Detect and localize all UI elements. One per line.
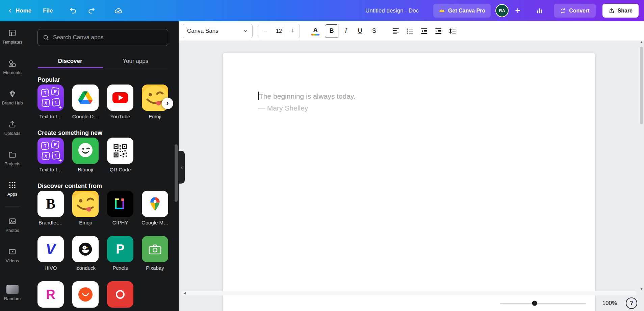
indent-button[interactable] — [432, 24, 445, 38]
share-button[interactable]: Share — [602, 4, 639, 18]
vertical-scrollbar-thumb[interactable] — [640, 47, 643, 124]
font-size-decrease-button[interactable]: − — [258, 24, 272, 38]
app-tile-hivo[interactable]: V HIVO — [37, 236, 64, 271]
sidebar-item-apps[interactable]: Apps — [0, 173, 25, 204]
get-canva-pro-label: Get Canva Pro — [448, 8, 485, 14]
panel-collapse-handle[interactable]: ‹ — [179, 151, 185, 184]
file-menu-button[interactable]: File — [43, 7, 53, 14]
hivo-icon: V — [37, 236, 64, 262]
sidebar-item-projects[interactable]: Projects — [0, 143, 25, 173]
convert-label: Convert — [569, 8, 589, 14]
zoom-level[interactable]: 100% — [602, 300, 617, 307]
doc-attribution-line[interactable]: — Mary Shelley — [258, 103, 560, 113]
sidebar-item-videos[interactable]: Videos — [0, 240, 25, 270]
app-tile-giphy[interactable]: GIPHY — [107, 191, 133, 225]
sidebar-item-photos[interactable]: Photos — [0, 210, 25, 240]
scroll-up-arrow-icon[interactable]: ▲ — [640, 41, 643, 44]
rail-label: Apps — [7, 192, 18, 197]
google-drive-icon — [72, 85, 99, 111]
section-title-discover-from: Discover content from — [37, 183, 168, 190]
text-toolbar: Canva Sans − 12 + A B I U S — [179, 21, 644, 41]
doc-quote-line[interactable]: The beginning is always today. — [258, 91, 560, 101]
app-tile-orange-circle[interactable] — [72, 281, 99, 308]
app-tile-pexels[interactable]: P Pexels — [107, 236, 133, 271]
font-size-value[interactable]: 12 — [272, 24, 286, 38]
app-tile-text-to-image[interactable]: TEXT Text to I… — [37, 138, 64, 172]
app-tile-red[interactable] — [107, 281, 133, 308]
app-tile-pixabay[interactable]: Pixabay — [142, 236, 168, 271]
insights-button[interactable] — [532, 4, 546, 18]
rail-label: Random — [4, 296, 21, 301]
strikethrough-button[interactable]: S — [367, 24, 381, 38]
iconduck-icon — [72, 236, 99, 262]
app-label: GIPHY — [112, 220, 128, 225]
app-tile-qr-code[interactable]: QR Code — [107, 138, 133, 172]
app-tile-text-to-image[interactable]: TEXT Text to I… — [37, 85, 64, 119]
avatar[interactable]: RA — [495, 4, 509, 17]
side-rail: Templates Elements Brand Hub Uploads Pro… — [0, 21, 25, 311]
font-size-increase-button[interactable]: + — [286, 24, 300, 38]
discover-grid: B Brandfet… Emoji GIPHY Google M… V HIVO — [37, 191, 168, 308]
rail-divider — [5, 207, 20, 207]
convert-button[interactable]: Convert — [554, 4, 595, 18]
top-bar: Home File Untitled design - Doc Get Canv… — [0, 0, 644, 21]
giphy-icon — [107, 191, 133, 217]
app-tile-youtube[interactable]: YouTube — [107, 85, 133, 119]
sidebar-item-brand-hub[interactable]: Brand Hub — [0, 82, 25, 113]
rail-label: Photos — [5, 228, 19, 233]
sidebar-item-templates[interactable]: Templates — [0, 21, 25, 52]
italic-button[interactable]: I — [339, 24, 353, 38]
text-to-image-icon: TEXT — [37, 138, 64, 164]
app-tile-pink-letter[interactable]: R — [37, 281, 64, 308]
section-title-create: Create something new — [37, 129, 168, 137]
qr-code-icon — [107, 138, 133, 164]
horizontal-scrollbar[interactable]: ◀ — [181, 291, 637, 295]
help-button[interactable]: ? — [626, 297, 637, 309]
text-color-button[interactable]: A — [309, 24, 322, 38]
design-title[interactable]: Untitled design - Doc — [365, 7, 419, 14]
home-button[interactable]: Home — [7, 7, 31, 14]
app-label: Bitmoji — [78, 167, 93, 172]
zoom-slider[interactable] — [500, 303, 586, 304]
save-status-button[interactable] — [112, 4, 125, 18]
rail-label: Elements — [3, 70, 21, 75]
undo-button[interactable] — [67, 4, 80, 18]
chevron-down-icon — [243, 28, 248, 34]
document-page[interactable]: The beginning is always today. — Mary Sh… — [223, 53, 595, 311]
vertical-scrollbar[interactable]: ▲ ▼ — [639, 41, 644, 291]
app-tile-brandfetch[interactable]: B Brandfet… — [37, 191, 64, 225]
apps-search[interactable] — [37, 29, 168, 46]
templates-icon — [8, 29, 17, 37]
panel-scrollbar-thumb[interactable] — [175, 144, 178, 202]
underline-button[interactable]: U — [353, 24, 367, 38]
outdent-button[interactable] — [417, 24, 431, 38]
rail-label: Uploads — [4, 131, 21, 136]
rail-label: Templates — [2, 40, 22, 45]
text-caret — [258, 92, 259, 100]
app-tile-google-drive[interactable]: Google D… — [72, 85, 99, 119]
app-tile-emoji[interactable]: Emoji — [72, 191, 99, 225]
scroll-right-button[interactable]: › — [162, 98, 173, 109]
app-tile-google-maps[interactable]: Google M… — [142, 191, 168, 225]
tab-discover[interactable]: Discover — [37, 54, 103, 68]
zoom-slider-thumb[interactable] — [532, 301, 537, 306]
sidebar-item-uploads[interactable]: Uploads — [0, 113, 25, 143]
scroll-left-arrow-icon[interactable]: ◀ — [183, 292, 186, 295]
tab-your-apps[interactable]: Your apps — [103, 54, 169, 68]
sidebar-item-elements[interactable]: Elements — [0, 52, 25, 82]
redo-button[interactable] — [85, 4, 98, 18]
font-family-select[interactable]: Canva Sans — [183, 24, 253, 38]
sidebar-item-random[interactable]: Random — [0, 283, 25, 304]
bullet-list-button[interactable] — [403, 24, 417, 38]
scroll-down-arrow-icon[interactable]: ▼ — [640, 288, 643, 291]
bold-button[interactable]: B — [325, 24, 338, 38]
line-spacing-button[interactable] — [446, 24, 459, 38]
text-align-button[interactable] — [389, 24, 403, 38]
search-input[interactable] — [53, 34, 163, 41]
app-tile-bitmoji[interactable]: Bitmoji — [72, 138, 99, 172]
app-label: Pixabay — [146, 265, 164, 271]
add-member-button[interactable]: + — [512, 4, 523, 18]
elements-icon — [8, 59, 17, 68]
app-tile-iconduck[interactable]: Iconduck — [72, 236, 99, 271]
get-canva-pro-button[interactable]: Get Canva Pro — [433, 4, 491, 18]
